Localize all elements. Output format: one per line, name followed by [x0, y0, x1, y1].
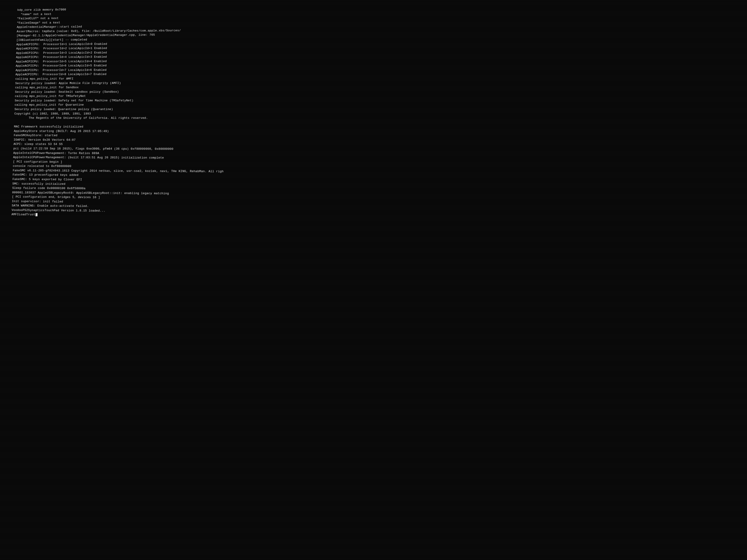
terminal-content: kdp_core zlib memory 0x7000 "name" not a…	[11, 2, 747, 223]
terminal-output: kdp_core zlib memory 0x7000 "name" not a…	[11, 2, 747, 223]
terminal-screen: kdp_core zlib memory 0x7000 "name" not a…	[0, 0, 747, 560]
terminal-cursor	[35, 213, 37, 216]
